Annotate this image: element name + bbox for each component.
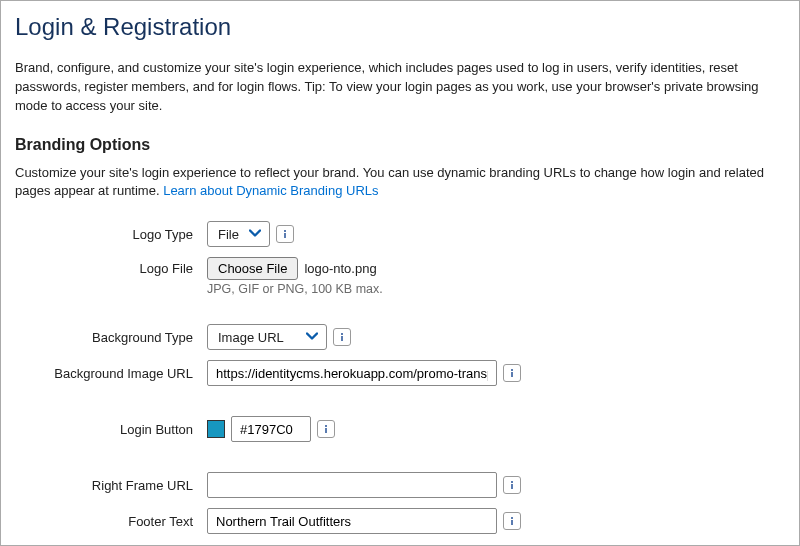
svg-rect-11: [511, 520, 513, 525]
svg-rect-6: [325, 425, 327, 427]
footer-text-info-button[interactable]: [503, 512, 521, 530]
background-type-select[interactable]: Image URL: [207, 324, 327, 350]
svg-rect-9: [511, 484, 513, 489]
logo-file-label: Logo File: [35, 261, 207, 276]
login-button-color-input[interactable]: [231, 416, 311, 442]
right-frame-url-input[interactable]: [207, 472, 497, 498]
footer-text-label: Footer Text: [35, 514, 207, 529]
logo-file-name: logo-nto.png: [304, 261, 376, 276]
choose-file-button[interactable]: Choose File: [207, 257, 298, 280]
svg-rect-2: [341, 333, 343, 335]
svg-rect-1: [284, 233, 286, 238]
background-type-info-button[interactable]: [333, 328, 351, 346]
chevron-down-icon: [249, 227, 261, 242]
right-frame-url-label: Right Frame URL: [35, 478, 207, 493]
branding-heading: Branding Options: [15, 136, 781, 154]
login-button-info-button[interactable]: [317, 420, 335, 438]
background-type-value: Image URL: [218, 330, 284, 345]
background-image-url-info-button[interactable]: [503, 364, 521, 382]
dynamic-branding-link[interactable]: Learn about Dynamic Branding URLs: [163, 183, 378, 198]
svg-rect-4: [511, 369, 513, 371]
logo-file-hint: JPG, GIF or PNG, 100 KB max.: [207, 282, 781, 296]
svg-rect-10: [511, 517, 513, 519]
footer-text-input[interactable]: [207, 508, 497, 534]
svg-rect-8: [511, 481, 513, 483]
page-intro: Brand, configure, and customize your sit…: [15, 59, 781, 116]
background-image-url-input[interactable]: [207, 360, 497, 386]
logo-type-value: File: [218, 227, 239, 242]
svg-rect-5: [511, 372, 513, 377]
branding-form: Logo Type File Logo File Choose File log…: [15, 221, 781, 534]
page-title: Login & Registration: [15, 13, 781, 41]
logo-type-info-button[interactable]: [276, 225, 294, 243]
login-registration-panel: Login & Registration Brand, configure, a…: [0, 0, 800, 546]
svg-rect-7: [325, 428, 327, 433]
branding-desc-text: Customize your site's login experience t…: [15, 165, 764, 199]
svg-rect-3: [341, 336, 343, 341]
svg-rect-0: [284, 230, 286, 232]
right-frame-url-info-button[interactable]: [503, 476, 521, 494]
login-button-label: Login Button: [35, 422, 207, 437]
logo-type-label: Logo Type: [35, 227, 207, 242]
branding-description: Customize your site's login experience t…: [15, 164, 781, 202]
login-button-color-swatch[interactable]: [207, 420, 225, 438]
background-image-url-label: Background Image URL: [35, 366, 207, 381]
logo-type-select[interactable]: File: [207, 221, 270, 247]
chevron-down-icon: [306, 330, 318, 345]
background-type-label: Background Type: [35, 330, 207, 345]
